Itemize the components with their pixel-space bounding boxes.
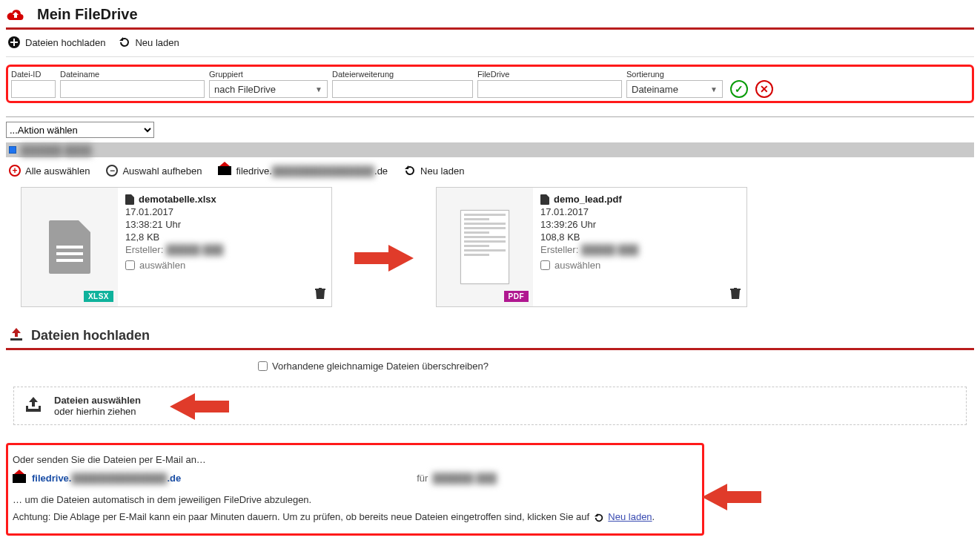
email-address[interactable]: filedrive.██████████████.de [32,473,181,484]
upload-tray-icon [24,397,42,415]
file-size: 108,8 KB [540,231,739,243]
select-all-label: Alle auswählen [25,165,90,177]
reload-link[interactable]: Neu laden [608,511,652,522]
file-select-checkbox[interactable] [540,260,550,270]
file-card: XLSX demotabelle.xlsx 17.01.2017 13:38:2… [21,187,332,307]
overwrite-checkbox[interactable] [258,361,268,371]
file-select-label: auswählen [554,260,600,271]
overwrite-label: Vorhandene gleichnamige Dateien überschr… [272,361,489,372]
deselect-all-button[interactable]: − Auswahl aufheben [106,165,202,177]
group-name-redacted: ██████ ████ [21,145,92,156]
file-toolbar: + Alle auswählen − Auswahl aufheben file… [6,157,974,184]
sort-value: Dateiname [632,84,678,95]
trash-icon [730,288,741,300]
email-for: für ██████ ███ [417,473,497,484]
file-name: demo_lead.pdf [554,194,622,205]
delete-file-button[interactable] [315,288,325,302]
chevron-down-icon: ▼ [710,85,718,93]
email-for-redacted: ██████ ███ [432,473,497,484]
grouped-label: Gruppiert [209,70,328,79]
file-type-badge: PDF [504,291,529,302]
file-thumbnail[interactable]: XLSX [21,188,118,306]
grouped-value: nach FileDrive [214,84,276,95]
annotation-arrow-icon [170,392,229,424]
email-warning: Achtung: Die Ablage per E-Mail kann ein … [13,511,589,522]
mail-icon [13,474,26,483]
file-id-input[interactable] [11,80,56,98]
svg-rect-2 [10,42,18,43]
file-id-label: Datei-ID [11,70,56,79]
extension-label: Dateierweiterung [332,70,473,79]
minus-circle-icon: − [106,165,118,177]
chevron-down-icon: ▼ [315,85,322,93]
filedrive-input[interactable] [477,80,622,98]
upload-icon [9,328,24,343]
file-dropzone[interactable]: Dateien auswählen oder hierhin ziehen [13,387,967,425]
creator-redacted: █████ ███ [166,244,223,255]
extension-input[interactable] [332,80,473,98]
file-size: 12,8 KB [125,231,324,243]
email-upload-panel: Oder senden Sie die Dateien per E-Mail a… [6,443,704,536]
file-date: 17.01.2017 [540,206,739,217]
page-header: Mein FileDrive [6,3,974,30]
email-desc: … um die Dateien automatisch in dem jewe… [13,494,698,505]
plus-circle-icon: + [9,165,21,177]
upload-section: Dateien hochladen Vorhandene gleichnamig… [6,325,974,425]
file-icon [540,194,549,205]
upload-files-button[interactable]: Dateien hochladen [7,36,105,49]
main-toolbar: Dateien hochladen Neu laden [6,30,974,57]
filename-input[interactable] [60,80,205,98]
annotation-arrow-icon [354,243,414,273]
filedrive-label: FileDrive [477,70,622,79]
reload-button[interactable]: Neu laden [119,36,179,48]
filter-panel: Datei-ID Dateiname Gruppiert nach FileDr… [6,65,974,103]
reload-label: Neu laden [135,37,179,48]
creator-redacted: █████ ███ [581,244,638,255]
sort-select[interactable]: Dateiname ▼ [626,80,723,98]
email-suffix: .de [374,165,388,177]
files-reload-button[interactable]: Neu laden [404,165,464,177]
cloud-upload-icon [6,7,25,22]
grouped-select[interactable]: nach FileDrive ▼ [209,80,328,98]
upload-section-title: Dateien hochladen [31,328,150,343]
apply-filter-button[interactable]: ✓ [730,80,748,98]
delete-file-button[interactable] [730,288,741,302]
mail-icon [218,166,231,175]
reload-icon [119,36,130,48]
email-redacted: ███████████████ [272,165,374,177]
deselect-label: Auswahl aufheben [122,165,202,177]
file-select-checkbox[interactable] [125,260,135,270]
annotation-arrow-icon [702,482,761,514]
file-type-badge: XLSX [84,291,113,302]
trash-icon [315,288,325,300]
file-card: PDF demo_lead.pdf 17.01.2017 13:39:26 Uh… [436,187,747,307]
file-thumbnail[interactable]: PDF [437,188,533,306]
filename-label: Dateiname [60,70,205,79]
file-time: 13:38:21 Uhr [125,219,324,230]
sort-label: Sortierung [626,70,723,79]
reload-icon [404,165,416,177]
file-time: 13:39:26 Uhr [540,219,739,230]
file-name: demotabelle.xlsx [139,194,216,205]
email-prefix: filedrive. [236,165,271,177]
creator-label: Ersteller: [125,244,163,255]
email-redacted: ██████████████ [71,473,167,484]
file-cards-row: XLSX demotabelle.xlsx 17.01.2017 13:38:2… [6,184,974,315]
svg-rect-3 [10,338,22,341]
overwrite-option[interactable]: Vorhandene gleichnamige Dateien überschr… [258,361,489,372]
dropzone-line2: oder hierhin ziehen [54,406,141,417]
files-reload-label: Neu laden [420,165,464,177]
upload-files-label: Dateien hochladen [25,37,105,48]
action-select[interactable]: ...Aktion wählen [6,122,154,138]
email-intro: Oder senden Sie die Dateien per E-Mail a… [13,454,698,465]
filedrive-email-item[interactable]: filedrive.███████████████.de [218,165,388,177]
file-icon [125,194,134,205]
plus-circle-icon [7,36,21,49]
creator-label: Ersteller: [540,244,578,255]
select-all-button[interactable]: + Alle auswählen [9,165,90,177]
page-title: Mein FileDrive [37,6,138,23]
file-select-label: auswählen [139,260,185,271]
clear-filter-button[interactable]: ✕ [755,80,773,98]
group-color-swatch [9,146,16,154]
group-header-bar: ██████ ████ [6,142,974,157]
